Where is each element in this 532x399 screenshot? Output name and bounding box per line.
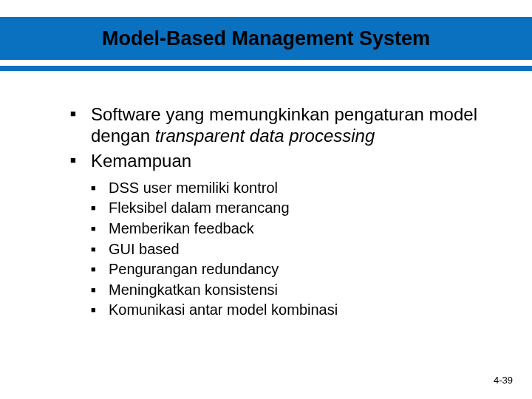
sub-bullet-item: GUI based — [91, 240, 488, 259]
footer-page-number: 4-39 — [494, 375, 513, 386]
bullet-text: transparent data processing — [155, 126, 375, 146]
sub-bullet-item: Memberikan feedback — [91, 219, 488, 239]
sub-bullet-item: DSS user memiliki kontrol — [91, 179, 488, 198]
bullet-item: Kemampuan — [70, 150, 488, 171]
bullet-item: Software yang memungkinkan pengaturan mo… — [70, 103, 488, 147]
bullet-list-main: Software yang memungkinkan pengaturan mo… — [70, 103, 488, 320]
sub-bullet-item: Fleksibel dalam merancang — [91, 199, 488, 218]
title-band-accent — [0, 66, 532, 71]
sub-bullet-item: Meningkatkan konsistensi — [91, 281, 488, 300]
sub-bullet-item: Komunikasi antar model kombinasi — [91, 301, 488, 320]
sub-bullet-item: Pengurangan redundancy — [91, 260, 488, 279]
bullet-list-sub: DSS user memiliki kontrolFleksibel dalam… — [91, 179, 488, 320]
slide-title: Model-Based Management System — [0, 17, 532, 60]
bullet-text: Kemampuan — [91, 151, 191, 171]
content-area: Software yang memungkinkan pengaturan mo… — [70, 103, 488, 321]
